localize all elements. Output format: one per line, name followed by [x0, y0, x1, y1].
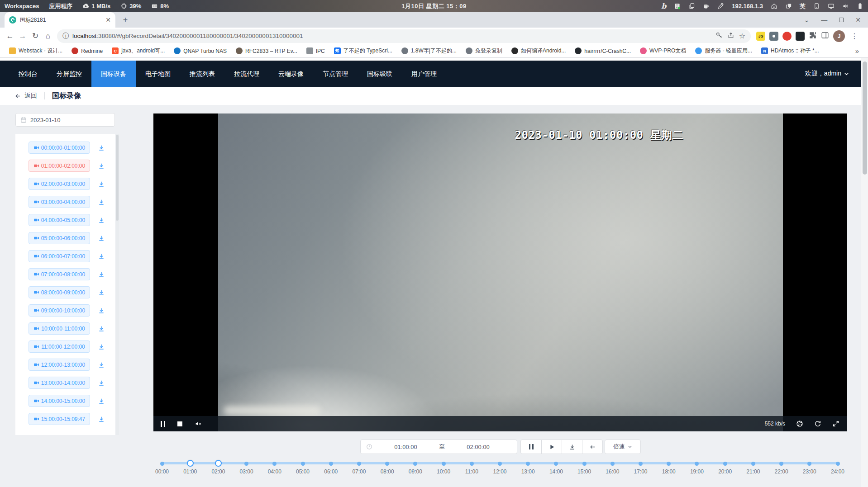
color-picker-icon[interactable] [717, 3, 724, 9]
window-close-button[interactable]: ✕ [855, 16, 861, 24]
address-bar[interactable]: ⓘ localhost:38080/#/gbRecordDetail/34020… [57, 29, 751, 43]
download-icon[interactable] [98, 325, 105, 332]
applications-button[interactable]: 应用程序 [49, 2, 72, 10]
download-icon[interactable] [98, 307, 105, 314]
video-player[interactable]: 2023-01-10 01:00:00 星期二 552 kb/s [153, 113, 847, 431]
fullscreen-icon[interactable] [832, 420, 839, 427]
start-time-value[interactable]: 01:00:00 [372, 444, 439, 450]
browser-tab[interactable]: 国标28181 ✕ [5, 12, 115, 28]
bookmark-item[interactable]: QNAP Turbo NAS [170, 46, 230, 56]
profile-avatar[interactable]: J [833, 30, 845, 42]
download-icon[interactable] [98, 271, 105, 278]
nav-item-4[interactable]: 电子地图 [136, 61, 180, 87]
user-menu[interactable]: 欢迎，admin [805, 70, 861, 78]
bookmark-item[interactable]: Redmine [68, 46, 106, 56]
battery-icon[interactable] [857, 3, 863, 9]
volume-icon[interactable] [842, 3, 849, 9]
bookmark-item[interactable]: NHDAtmos :: 种子 *... [758, 46, 823, 56]
browser-menu-icon[interactable]: ⋮ [849, 32, 862, 40]
timeline-handle-2[interactable] [215, 460, 222, 467]
download-icon[interactable] [98, 162, 105, 170]
nav-item-9[interactable]: 国标级联 [358, 61, 402, 87]
tray-app-icon[interactable] [674, 3, 681, 9]
caffeine-cup-icon[interactable] [703, 3, 710, 9]
tray-b-icon[interactable]: b [661, 3, 666, 10]
nav-item-10[interactable]: 用户管理 [402, 61, 446, 87]
bookmark-item[interactable]: 免登录复制 [462, 46, 506, 56]
player-pause-icon[interactable] [161, 421, 165, 427]
time-range-input[interactable]: 01:00:00 至 02:00:00 [360, 440, 517, 454]
record-time-button[interactable]: 03:00:00-04:00:00 [29, 196, 90, 208]
record-time-button[interactable]: 01:00:00-02:00:00 [29, 160, 90, 172]
page-scrollbar-thumb[interactable] [863, 61, 867, 175]
network-speed[interactable]: 1 MB/s [82, 3, 110, 9]
record-time-button[interactable]: 07:00:00-08:00:00 [29, 268, 90, 280]
tab-close-icon[interactable]: ✕ [105, 17, 111, 23]
bookmark-item[interactable]: WVP-PRO文档 [636, 46, 690, 56]
back-button[interactable]: ← [4, 30, 16, 43]
video-surface[interactable]: 2023-01-10 01:00:00 星期二 [218, 113, 783, 431]
nav-item-6[interactable]: 拉流代理 [224, 61, 269, 87]
player-stop-icon[interactable] [177, 421, 182, 426]
memory-usage[interactable]: 8% [151, 3, 169, 9]
bookmark-item[interactable]: Webstack - 设计... [5, 46, 66, 56]
nav-item-1[interactable]: 控制台 [9, 61, 47, 87]
record-time-button[interactable]: 06:00:00-07:00:00 [29, 250, 90, 262]
password-key-icon[interactable] [715, 32, 723, 41]
clock[interactable]: 1月10日 星期二 15：09 [401, 2, 466, 10]
record-time-button[interactable]: 04:00:00-05:00:00 [29, 214, 90, 226]
record-time-button[interactable]: 14:00:00-15:00:00 [29, 395, 90, 407]
bookmark-item[interactable]: RFC2833 – RTP Ev... [232, 46, 301, 56]
download-icon[interactable] [98, 416, 105, 423]
ip-address[interactable]: 192.168.1.3 [732, 3, 763, 9]
seek-back-button[interactable] [582, 440, 602, 454]
page-scrollbar[interactable] [861, 58, 868, 487]
workspaces-overlap-icon[interactable] [785, 3, 792, 9]
refresh-icon[interactable] [814, 420, 821, 427]
download-icon[interactable] [98, 253, 105, 260]
nav-item-5[interactable]: 推流列表 [180, 61, 224, 87]
tab-search-chevron-icon[interactable]: ⌄ [804, 16, 810, 24]
reload-button[interactable]: ↻ [29, 30, 42, 43]
end-time-value[interactable]: 02:00:00 [445, 444, 511, 450]
nav-item-2[interactable]: 分屏监控 [47, 61, 91, 87]
record-time-button[interactable]: 05:00:00-06:00:00 [29, 232, 90, 244]
download-icon[interactable] [98, 217, 105, 224]
home-button[interactable]: ⌂ [42, 30, 54, 43]
extensions-puzzle-icon[interactable] [809, 31, 817, 41]
side-panel-icon[interactable] [821, 31, 829, 41]
record-time-button[interactable]: 13:00:00-14:00:00 [29, 377, 90, 389]
bookmark-item[interactable]: 1.8W字|了不起的... [398, 46, 460, 56]
bookmark-star-icon[interactable]: ☆ [739, 32, 745, 40]
record-time-button[interactable]: 02:00:00-03:00:00 [29, 178, 90, 190]
ext-js-icon[interactable]: JS [756, 32, 765, 41]
bookmark-item[interactable]: 知了不起的 TypeScri... [330, 46, 396, 56]
download-icon[interactable] [98, 379, 105, 387]
ext-gray-icon[interactable] [769, 32, 778, 41]
record-time-button[interactable]: 12:00:00-13:00:00 [29, 359, 90, 371]
download-icon[interactable] [98, 343, 105, 350]
window-maximize-button[interactable] [839, 18, 844, 22]
bookmark-item[interactable]: 服务器 - 轻量应用... [692, 46, 756, 56]
timeline-handle-1[interactable] [187, 460, 194, 467]
player-mute-icon[interactable] [195, 420, 202, 427]
nav-item-8[interactable]: 节点管理 [313, 61, 358, 87]
site-info-icon[interactable]: ⓘ [62, 32, 69, 40]
download-icon[interactable] [98, 199, 105, 206]
download-icon[interactable] [98, 397, 105, 405]
snapshot-aperture-icon[interactable] [796, 420, 803, 427]
download-button[interactable] [562, 440, 582, 454]
record-time-button[interactable]: 09:00:00-10:00:00 [29, 304, 90, 317]
clipboard-icon[interactable] [688, 3, 695, 9]
phone-link-icon[interactable] [813, 3, 820, 9]
nav-item-7[interactable]: 云端录像 [269, 61, 313, 87]
date-picker-input[interactable]: 2023-01-10 [15, 113, 115, 127]
record-list-scrollbar[interactable] [115, 134, 119, 435]
display-icon[interactable] [828, 3, 835, 9]
download-icon[interactable] [98, 180, 105, 188]
cpu-usage[interactable]: 39% [120, 3, 141, 9]
record-time-button[interactable]: 00:00:00-01:00:00 [29, 142, 90, 154]
ext-dark-icon[interactable] [796, 32, 805, 41]
record-time-button[interactable]: 11:00:00-12:00:00 [29, 340, 90, 353]
window-minimize-button[interactable]: — [821, 16, 827, 24]
